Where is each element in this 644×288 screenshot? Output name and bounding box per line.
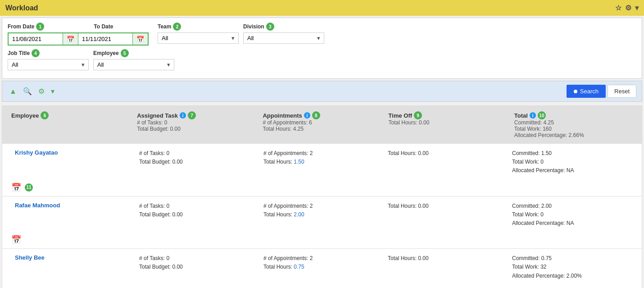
calendar-badge-krishy: 11 <box>25 183 33 192</box>
filter-row-1: From Date 1 To Date 📅 📅 Team 2 <box>8 23 636 46</box>
job-title-select-wrapper: All ▾ <box>8 59 89 70</box>
from-date-calendar-btn[interactable]: 📅 <box>63 33 78 45</box>
assigned-task-shelly: # of Tasks: 0 Total Budget: 0.00 <box>136 252 260 282</box>
total-info-icon: i <box>530 112 536 119</box>
col-total: Total i 10 Committed: 4.25 Total Work: 1… <box>511 110 636 140</box>
toolbar: ▲ 🔍 ⚙ ▾ Search Reset <box>2 81 642 102</box>
job-title-badge: 4 <box>32 49 40 57</box>
assigned-task-krishy: # of Tasks: 0 Total Budget: 0.00 <box>136 147 260 177</box>
employee-name-shelly: Shelly Bee <box>11 252 136 282</box>
toolbar-right: Search Reset <box>567 85 636 98</box>
time-off-krishy: Total Hours: 0.00 <box>384 147 508 177</box>
from-date-badge: 1 <box>36 23 44 31</box>
gear-icon[interactable]: ⚙ <box>625 4 631 12</box>
from-date-label: From Date 1 <box>8 23 44 31</box>
team-filter-group: Team 2 All ▾ <box>158 23 239 44</box>
table-row: Shelly Bee # of Tasks: 0 Total Budget: 0… <box>2 249 642 288</box>
search-dot-icon <box>574 90 577 93</box>
calendar-row-krishy: 📅 11 <box>2 181 642 196</box>
row-krishy: Krishy Gayatao # of Tasks: 0 Total Budge… <box>2 144 642 181</box>
dropdown-btn[interactable]: ▾ <box>49 86 56 96</box>
job-title-select[interactable]: All <box>12 61 85 68</box>
results-table: Employee 6 Assigned Task i 7 # of Tasks:… <box>2 105 642 288</box>
employee-select-wrapper: All ▾ <box>93 59 174 70</box>
time-off-rafae: Total Hours: 0.00 <box>384 200 508 230</box>
star-icon[interactable]: ☆ <box>615 4 621 12</box>
appointments-info-icon: i <box>304 112 310 119</box>
col-time-off-badge: 9 <box>414 111 422 119</box>
toolbar-left: ▲ 🔍 ⚙ ▾ <box>8 86 56 96</box>
total-shelly: Committed: 0.75 Total Work: 32 Allocated… <box>508 252 633 282</box>
appointments-shelly: # of Appointments: 2 Total Hours: 0.75 <box>260 252 384 282</box>
col-appointments-badge: 8 <box>312 111 320 119</box>
calendar-icon-rafae[interactable]: 📅 <box>11 235 21 245</box>
title-bar: Workload ☆ ⚙ ▾ <box>0 0 644 16</box>
job-title-label: Job Title 4 <box>8 49 89 57</box>
gear-settings-btn[interactable]: ⚙ <box>36 86 46 96</box>
employee-name-krishy: Krishy Gayatao <box>11 147 136 177</box>
calendar-row-rafae: 📅 <box>2 233 642 248</box>
division-badge: 3 <box>266 23 274 31</box>
employee-badge: 5 <box>121 49 129 57</box>
job-title-filter-group: Job Title 4 All ▾ <box>8 49 89 70</box>
to-date-input[interactable] <box>78 33 132 45</box>
assigned-task-info-icon: i <box>180 112 186 119</box>
search-settings-btn[interactable]: 🔍 <box>21 86 34 96</box>
search-button[interactable]: Search <box>567 85 606 98</box>
employee-filter-label: Employee 5 <box>93 49 174 57</box>
col-assigned-task-badge: 7 <box>188 111 196 119</box>
reset-button[interactable]: Reset <box>608 85 636 98</box>
date-inputs-group: 📅 📅 <box>8 32 149 46</box>
team-select[interactable]: All <box>162 35 235 41</box>
filter-row-2: Job Title 4 All ▾ Employee 5 All ▾ <box>8 49 636 70</box>
col-employee: Employee 6 <box>8 110 133 140</box>
col-assigned-task: Assigned Task i 7 # of Tasks: 0 Total Bu… <box>133 110 259 140</box>
team-select-wrapper: All ▾ <box>158 32 239 44</box>
employee-select[interactable]: All <box>97 61 170 68</box>
filter-section: From Date 1 To Date 📅 📅 Team 2 <box>2 18 642 79</box>
table-row: Rafae Mahmood # of Tasks: 0 Total Budget… <box>2 197 642 249</box>
page-title: Workload <box>5 4 38 12</box>
calendar-icon-krishy[interactable]: 📅 <box>11 183 21 192</box>
team-label: Team 2 <box>158 23 239 31</box>
to-date-calendar-btn[interactable]: 📅 <box>132 33 148 45</box>
title-icons: ☆ ⚙ ▾ <box>615 4 639 12</box>
from-date-input[interactable] <box>9 33 63 45</box>
total-rafae: Committed: 2.00 Total Work: 0 Allocated … <box>508 200 633 230</box>
calendar-row-shelly: 📅 <box>2 286 642 288</box>
table-row: Krishy Gayatao # of Tasks: 0 Total Budge… <box>2 144 642 197</box>
col-time-off: Time Off 9 Total Hours: 0.00 <box>385 110 511 140</box>
division-select[interactable]: All <box>247 35 320 41</box>
division-select-wrapper: All ▾ <box>243 32 324 44</box>
to-date-label: To Date <box>94 23 113 31</box>
row-shelly: Shelly Bee # of Tasks: 0 Total Budget: 0… <box>2 249 642 286</box>
appointments-rafae: # of Appointments: 2 Total Hours: 2.00 <box>260 200 384 230</box>
division-filter-group: Division 3 All ▾ <box>243 23 324 44</box>
chevron-down-icon[interactable]: ▾ <box>635 4 639 12</box>
employee-name-rafae: Rafae Mahmood <box>11 200 136 230</box>
table-header: Employee 6 Assigned Task i 7 # of Tasks:… <box>2 106 642 144</box>
appointments-krishy: # of Appointments: 2 Total Hours: 1.50 <box>260 147 384 177</box>
assigned-task-rafae: # of Tasks: 0 Total Budget: 0.00 <box>136 200 260 230</box>
row-rafae: Rafae Mahmood # of Tasks: 0 Total Budget… <box>2 197 642 233</box>
col-employee-badge: 6 <box>41 111 49 119</box>
col-total-badge: 10 <box>538 111 546 119</box>
total-krishy: Committed: 1.50 Total Work: 0 Allocated … <box>508 147 633 177</box>
col-appointments: Appointments i 8 # of Appointments: 6 To… <box>259 110 385 140</box>
division-label: Division 3 <box>243 23 324 31</box>
team-badge: 2 <box>173 23 181 31</box>
time-off-shelly: Total Hours: 0.00 <box>384 252 508 282</box>
collapse-btn[interactable]: ▲ <box>8 87 18 96</box>
date-filter-group: From Date 1 To Date 📅 📅 <box>8 23 149 46</box>
employee-filter-group: Employee 5 All ▾ <box>93 49 174 70</box>
